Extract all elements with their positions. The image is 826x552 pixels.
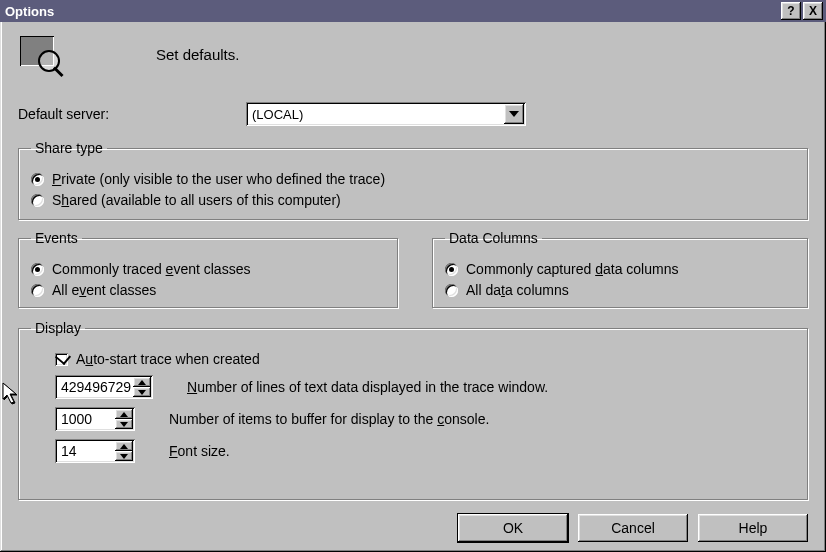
radio-icon — [31, 194, 44, 207]
titlebar: Options ? X — [0, 0, 826, 22]
buffer-value: 1000 — [61, 411, 92, 427]
lines-input[interactable]: 429496729 — [55, 375, 153, 399]
lines-value: 429496729 — [61, 379, 131, 395]
dialog-button-row: OK Cancel Help — [458, 514, 808, 542]
radio-icon — [31, 284, 44, 297]
data-common-option[interactable]: Commonly captured data columns — [445, 261, 795, 277]
buffer-row: 1000 Number of items to buffer for displ… — [55, 407, 795, 431]
spin-up-icon[interactable] — [115, 409, 133, 419]
lines-label: Number of lines of text data displayed i… — [187, 379, 548, 395]
ok-button[interactable]: OK — [458, 514, 568, 542]
svg-marker-0 — [3, 383, 16, 403]
buffer-label: Number of items to buffer for display to… — [169, 411, 489, 427]
fontsize-value: 14 — [61, 443, 77, 459]
default-server-combo[interactable]: (LOCAL) — [246, 102, 526, 126]
events-common-label: Commonly traced event classes — [52, 261, 250, 277]
fontsize-row: 14 Font size. — [55, 439, 795, 463]
spin-down-icon[interactable] — [115, 451, 133, 461]
spin-up-icon[interactable] — [115, 441, 133, 451]
display-group: Display Auto-start trace when created 42… — [18, 320, 808, 500]
events-all-label: All event classes — [52, 282, 156, 298]
spin-up-icon[interactable] — [133, 377, 151, 387]
combo-dropdown-button[interactable] — [504, 104, 524, 124]
spin-down-icon[interactable] — [133, 387, 151, 397]
data-all-option[interactable]: All data columns — [445, 282, 795, 298]
radio-icon — [445, 284, 458, 297]
fontsize-label: Font size. — [169, 443, 230, 459]
events-group: Events Commonly traced event classes All… — [18, 230, 398, 308]
lines-row: 429496729 Number of lines of text data d… — [55, 375, 795, 399]
spin-buttons[interactable] — [115, 409, 133, 429]
default-server-label: Default server: — [18, 106, 109, 122]
events-all-option[interactable]: All event classes — [31, 282, 385, 298]
window-title: Options — [3, 4, 779, 19]
share-private-label: Private (only visible to the user who de… — [52, 171, 385, 187]
header-text: Set defaults. — [156, 46, 239, 63]
share-shared-option[interactable]: Shared (available to all users of this c… — [31, 192, 795, 208]
spin-buttons[interactable] — [115, 441, 133, 461]
share-type-group: Share type Private (only visible to the … — [18, 140, 808, 220]
data-columns-legend: Data Columns — [445, 230, 542, 246]
radio-icon — [31, 173, 44, 186]
spin-buttons[interactable] — [133, 377, 151, 397]
auto-start-label: Auto-start trace when created — [76, 351, 260, 367]
spin-down-icon[interactable] — [115, 419, 133, 429]
share-shared-label: Shared (available to all users of this c… — [52, 192, 341, 208]
auto-start-option[interactable]: Auto-start trace when created — [55, 351, 795, 367]
help-button[interactable]: Help — [698, 514, 808, 542]
close-icon: X — [809, 4, 817, 18]
dialog-icon — [20, 36, 54, 66]
events-common-option[interactable]: Commonly traced event classes — [31, 261, 385, 277]
cancel-button[interactable]: Cancel — [578, 514, 688, 542]
buffer-input[interactable]: 1000 — [55, 407, 135, 431]
titlebar-close-button[interactable]: X — [803, 2, 823, 20]
share-type-legend: Share type — [31, 140, 107, 156]
radio-icon — [31, 263, 44, 276]
fontsize-input[interactable]: 14 — [55, 439, 135, 463]
data-columns-group: Data Columns Commonly captured data colu… — [432, 230, 808, 308]
options-dialog: Options ? X Set defaults. Default server… — [0, 0, 826, 552]
magnifier-handle-icon — [53, 66, 64, 77]
data-all-label: All data columns — [466, 282, 569, 298]
data-common-label: Commonly captured data columns — [466, 261, 678, 277]
help-icon: ? — [787, 4, 794, 18]
radio-icon — [445, 263, 458, 276]
titlebar-help-button[interactable]: ? — [781, 2, 801, 20]
events-legend: Events — [31, 230, 82, 246]
display-legend: Display — [31, 320, 85, 336]
default-server-value: (LOCAL) — [252, 107, 303, 122]
share-private-option[interactable]: Private (only visible to the user who de… — [31, 171, 795, 187]
checkbox-icon — [55, 353, 68, 366]
